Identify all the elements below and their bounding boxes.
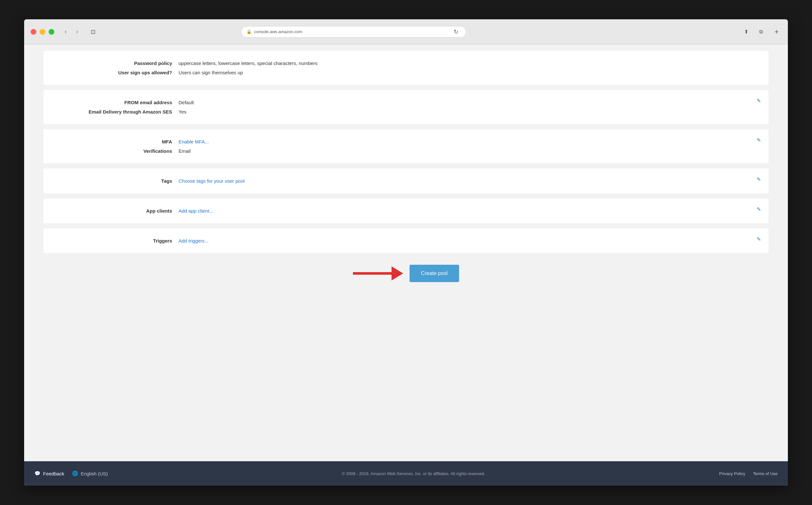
card-row: User sign ups allowed? Users can sign th… — [56, 68, 756, 77]
address-bar: 🔒 console.aws.amazon.com ↻ — [241, 26, 466, 38]
toolbar-right: ⬆ ⧉ + — [740, 27, 782, 37]
maximize-button[interactable] — [48, 29, 54, 35]
add-tab-button[interactable]: + — [772, 27, 782, 37]
globe-icon: 🌐 — [72, 471, 78, 476]
app-clients-card: App clients Add app client... ✎ — [43, 198, 769, 223]
footer: 💬 Feedback 🌐 English (US) © 2008 - 2019,… — [24, 461, 788, 486]
nav-buttons: ‹ › — [61, 27, 82, 37]
main-area: Password policy uppercase letters, lower… — [24, 44, 788, 461]
from-email-label: FROM email address — [56, 100, 179, 105]
card-row: App clients Add app client... — [56, 206, 756, 215]
triggers-edit-icon[interactable]: ✎ — [757, 236, 761, 242]
privacy-policy-link[interactable]: Privacy Policy — [719, 471, 746, 476]
language-selector[interactable]: 🌐 English (US) — [72, 471, 108, 476]
password-policy-card: Password policy uppercase letters, lower… — [43, 51, 769, 85]
feedback-label: Feedback — [43, 471, 64, 476]
card-row: Verifications Email — [56, 146, 756, 156]
mfa-link[interactable]: Enable MFA... — [179, 139, 756, 144]
triggers-label: Triggers — [56, 238, 179, 243]
feedback-icon: 💬 — [34, 471, 40, 476]
tags-card: Tags Choose tags for your user pool ✎ — [43, 169, 769, 193]
share-button[interactable]: ⬆ — [740, 27, 752, 37]
app-clients-edit-icon[interactable]: ✎ — [757, 206, 761, 212]
from-email-value: Default — [179, 100, 756, 105]
tags-link[interactable]: Choose tags for your user pool — [179, 178, 756, 184]
copyright-text: © 2008 - 2019, Amazon Web Services, Inc.… — [342, 471, 485, 476]
card-row: Email Delivery through Amazon SES Yes — [56, 107, 756, 117]
create-pool-button[interactable]: Create pool — [410, 265, 459, 282]
language-label: English (US) — [81, 471, 108, 476]
triggers-link[interactable]: Add triggers... — [179, 238, 756, 243]
tags-edit-icon[interactable]: ✎ — [757, 176, 761, 182]
verifications-label: Verifications — [56, 148, 179, 154]
title-bar: ‹ › ⊡ 🔒 console.aws.amazon.com ↻ ⬆ ⧉ + — [24, 19, 788, 44]
feedback-button[interactable]: 💬 Feedback — [34, 471, 64, 476]
card-row: Triggers Add triggers... — [56, 236, 756, 245]
mfa-edit-icon[interactable]: ✎ — [757, 137, 761, 143]
action-area: Create pool — [43, 258, 769, 295]
browser-window: ‹ › ⊡ 🔒 console.aws.amazon.com ↻ ⬆ ⧉ + P… — [24, 19, 788, 486]
footer-left: 💬 Feedback 🌐 English (US) — [34, 471, 108, 476]
url-text[interactable]: console.aws.amazon.com — [254, 29, 302, 34]
email-edit-icon[interactable]: ✎ — [757, 98, 761, 104]
card-row: MFA Enable MFA... — [56, 137, 756, 146]
card-row: Tags Choose tags for your user pool — [56, 176, 756, 186]
user-signups-value: Users can sign themselves up — [179, 70, 756, 75]
card-row: FROM email address Default — [56, 98, 756, 107]
ses-value: Yes — [179, 109, 756, 115]
app-clients-link[interactable]: Add app client... — [179, 208, 756, 213]
arrow-container — [353, 266, 403, 281]
password-policy-value: uppercase letters, lowercase letters, sp… — [179, 60, 756, 66]
arrow-shaft — [353, 272, 391, 275]
mfa-card: MFA Enable MFA... Verifications Email ✎ — [43, 129, 769, 163]
mfa-label: MFA — [56, 139, 179, 144]
card-row: Password policy uppercase letters, lower… — [56, 58, 756, 68]
sidebar-toggle-button[interactable]: ⊡ — [87, 27, 99, 37]
page-content: Password policy uppercase letters, lower… — [24, 44, 788, 486]
verifications-value: Email — [179, 148, 756, 154]
password-policy-label: Password policy — [56, 60, 179, 66]
traffic-lights — [30, 29, 54, 35]
email-settings-card: FROM email address Default Email Deliver… — [43, 90, 769, 124]
close-button[interactable] — [30, 29, 36, 35]
new-tab-button[interactable]: ⧉ — [755, 27, 767, 37]
ses-label: Email Delivery through Amazon SES — [56, 109, 179, 115]
user-signups-label: User sign ups allowed? — [56, 70, 179, 75]
footer-copyright: © 2008 - 2019, Amazon Web Services, Inc.… — [108, 471, 719, 476]
reload-button[interactable]: ↻ — [451, 27, 461, 37]
terms-of-use-link[interactable]: Terms of Use — [753, 471, 778, 476]
footer-right: Privacy Policy Terms of Use — [719, 471, 778, 476]
minimize-button[interactable] — [39, 29, 45, 35]
tags-label: Tags — [56, 178, 179, 184]
triggers-card: Triggers Add triggers... ✎ — [43, 228, 769, 253]
lock-icon: 🔒 — [247, 29, 252, 34]
back-button[interactable]: ‹ — [61, 27, 70, 37]
app-clients-label: App clients — [56, 208, 179, 213]
forward-button[interactable]: › — [72, 27, 82, 37]
arrow-head — [391, 266, 403, 281]
